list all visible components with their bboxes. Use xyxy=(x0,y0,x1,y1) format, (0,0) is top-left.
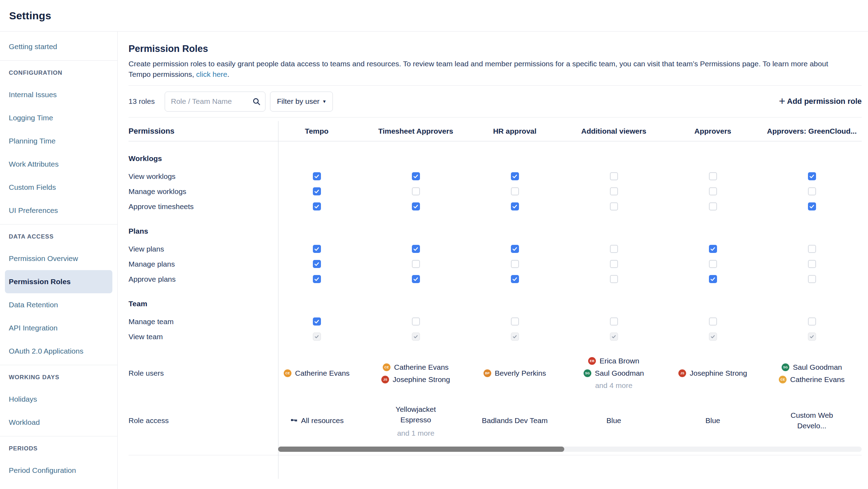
sidebar-item-holidays[interactable]: Holidays xyxy=(0,388,117,411)
checkbox-view-plans-hr-approval[interactable] xyxy=(511,245,519,253)
checkbox-manage-plans-approvers[interactable] xyxy=(709,260,717,268)
checkbox-manage-team-tempo[interactable] xyxy=(313,317,321,326)
search-input[interactable] xyxy=(165,92,265,112)
role-users-cell-approvers-greencloud: SGSaul GoodmanCECatherine Evans xyxy=(762,363,861,384)
checkbox-manage-worklogs-hr-approval[interactable] xyxy=(511,187,519,195)
permission-label-manage-worklogs: Manage worklogs xyxy=(129,187,267,196)
avatar: CE xyxy=(284,369,291,377)
user-name: Josephine Strong xyxy=(690,369,747,377)
checkbox-manage-team-additional-viewers[interactable] xyxy=(610,317,618,326)
click-here-link[interactable]: click here xyxy=(196,70,228,78)
permissions-table: PermissionsTempoTimesheet ApproversHR ap… xyxy=(129,121,862,442)
checkbox-view-plans-approvers[interactable] xyxy=(709,245,717,253)
checkbox-view-team-timesheet-approvers xyxy=(412,333,420,341)
roles-count: 13 roles xyxy=(129,97,155,106)
sidebar-item-workload[interactable]: Workload xyxy=(0,411,117,434)
horizontal-scrollbar-track[interactable] xyxy=(278,447,862,452)
sidebar-item-api-integration[interactable]: API Integration xyxy=(0,316,117,340)
checkbox-approve-timesheets-approvers[interactable] xyxy=(709,202,717,210)
permission-label-view-team: View team xyxy=(129,333,267,341)
checkbox-view-worklogs-timesheet-approvers[interactable] xyxy=(412,172,420,180)
checkbox-manage-team-timesheet-approvers[interactable] xyxy=(412,317,420,326)
checkbox-manage-plans-approvers-greencloud[interactable] xyxy=(808,260,816,268)
checkbox-view-worklogs-approvers[interactable] xyxy=(709,172,717,180)
checkbox-manage-worklogs-tempo[interactable] xyxy=(313,187,321,195)
checkbox-manage-team-approvers-greencloud[interactable] xyxy=(808,317,816,326)
checkbox-approve-plans-tempo[interactable] xyxy=(313,275,321,283)
checkbox-view-worklogs-tempo[interactable] xyxy=(313,172,321,180)
add-permission-role-label: Add permission role xyxy=(787,97,862,106)
sidebar-item-planning-time[interactable]: Planning Time xyxy=(0,129,117,153)
checkbox-approve-timesheets-approvers-greencloud[interactable] xyxy=(808,202,816,210)
sidebar-item-period-management[interactable]: Period Management xyxy=(0,482,117,489)
checkbox-manage-worklogs-approvers[interactable] xyxy=(709,187,717,195)
checkbox-manage-plans-timesheet-approvers[interactable] xyxy=(412,260,420,268)
column-header-tempo: Tempo xyxy=(267,127,366,135)
main-content: Permission Roles Create permission roles… xyxy=(118,32,868,489)
checkbox-approve-plans-additional-viewers[interactable] xyxy=(610,275,618,283)
sidebar-item-custom-fields[interactable]: Custom Fields xyxy=(0,176,117,199)
checkbox-approve-timesheets-hr-approval[interactable] xyxy=(511,202,519,210)
user-chip: JSJosephine Strong xyxy=(678,369,747,377)
checkbox-manage-team-approvers[interactable] xyxy=(709,317,717,326)
user-chip: EBErica Brown xyxy=(588,357,639,365)
role-users-cell-timesheet-approvers: CECatherine EvansJSJosephine Strong xyxy=(366,363,465,384)
user-chip: CECatherine Evans xyxy=(383,363,448,371)
checkbox-manage-plans-additional-viewers[interactable] xyxy=(610,260,618,268)
description-text: Create permission roles to easily grant … xyxy=(129,60,828,78)
checkbox-approve-plans-timesheet-approvers[interactable] xyxy=(412,275,420,283)
role-access-cell-timesheet-approvers: Yellowjacket Espressoand 1 more xyxy=(366,404,465,437)
show-more-users-link[interactable]: and 4 more xyxy=(595,381,632,390)
checkbox-view-worklogs-approvers-greencloud[interactable] xyxy=(808,172,816,180)
permission-row: Manage plans xyxy=(129,256,862,272)
checkbox-view-worklogs-hr-approval[interactable] xyxy=(511,172,519,180)
checkbox-view-worklogs-additional-viewers[interactable] xyxy=(610,172,618,180)
checkbox-approve-plans-approvers-greencloud[interactable] xyxy=(808,275,816,283)
sidebar-item-ui-preferences[interactable]: UI Preferences xyxy=(0,199,117,222)
sidebar-item-getting-started[interactable]: Getting started xyxy=(0,35,117,58)
sidebar-item-logging-time[interactable]: Logging Time xyxy=(0,106,117,129)
avatar: SG xyxy=(782,363,789,371)
key-icon xyxy=(290,416,298,426)
sidebar-item-oauth-2-0-applications[interactable]: OAuth 2.0 Applications xyxy=(0,340,117,363)
checkbox-manage-team-hr-approval[interactable] xyxy=(511,317,519,326)
checkbox-approve-timesheets-tempo[interactable] xyxy=(313,202,321,210)
sidebar-section-label-data-access: DATA ACCESS xyxy=(0,227,117,247)
description-period: . xyxy=(227,70,229,78)
role-access-text: Blue xyxy=(606,415,621,426)
horizontal-scrollbar-thumb[interactable] xyxy=(278,447,564,452)
sidebar-item-data-retention[interactable]: Data Retention xyxy=(0,293,117,316)
checkbox-manage-worklogs-timesheet-approvers[interactable] xyxy=(412,187,420,195)
role-access-text: All resources xyxy=(301,415,343,426)
sidebar: Getting startedCONFIGURATIONInternal Iss… xyxy=(0,32,118,489)
permission-section-row: Worklogs xyxy=(129,141,862,169)
avatar: BP xyxy=(484,369,491,377)
sidebar-item-work-attributes[interactable]: Work Attributes xyxy=(0,153,117,176)
role-users-cell-tempo: CECatherine Evans xyxy=(267,369,366,377)
avatar: JS xyxy=(678,369,686,377)
checkbox-view-plans-timesheet-approvers[interactable] xyxy=(412,245,420,253)
checkbox-manage-plans-hr-approval[interactable] xyxy=(511,260,519,268)
role-access-row: Role accessAll resourcesYellowjacket Esp… xyxy=(129,400,862,442)
permission-label-approve-plans: Approve plans xyxy=(129,275,267,283)
role-access-text: Blue xyxy=(705,415,720,426)
checkbox-manage-plans-tempo[interactable] xyxy=(313,260,321,268)
checkbox-approve-timesheets-additional-viewers[interactable] xyxy=(610,202,618,210)
sidebar-item-internal-issues[interactable]: Internal Issues xyxy=(0,83,117,106)
checkbox-view-plans-tempo[interactable] xyxy=(313,245,321,253)
add-permission-role-button[interactable]: + Add permission role xyxy=(779,96,862,107)
checkbox-view-plans-additional-viewers[interactable] xyxy=(610,245,618,253)
sidebar-item-permission-roles[interactable]: Permission Roles xyxy=(5,270,112,293)
sidebar-item-period-configuration[interactable]: Period Configuration xyxy=(0,459,117,482)
show-more-access-link[interactable]: and 1 more xyxy=(397,429,434,437)
sidebar-item-permission-overview[interactable]: Permission Overview xyxy=(0,247,117,270)
checkbox-view-plans-approvers-greencloud[interactable] xyxy=(808,245,816,253)
checkbox-manage-worklogs-additional-viewers[interactable] xyxy=(610,187,618,195)
checkbox-approve-timesheets-timesheet-approvers[interactable] xyxy=(412,202,420,210)
permission-row: Manage worklogs xyxy=(129,184,862,199)
user-chip: BPBeverly Perkins xyxy=(484,369,546,377)
checkbox-manage-worklogs-approvers-greencloud[interactable] xyxy=(808,187,816,195)
checkbox-approve-plans-hr-approval[interactable] xyxy=(511,275,519,283)
checkbox-approve-plans-approvers[interactable] xyxy=(709,275,717,283)
filter-by-user-button[interactable]: Filter by user ▾ xyxy=(270,92,333,112)
